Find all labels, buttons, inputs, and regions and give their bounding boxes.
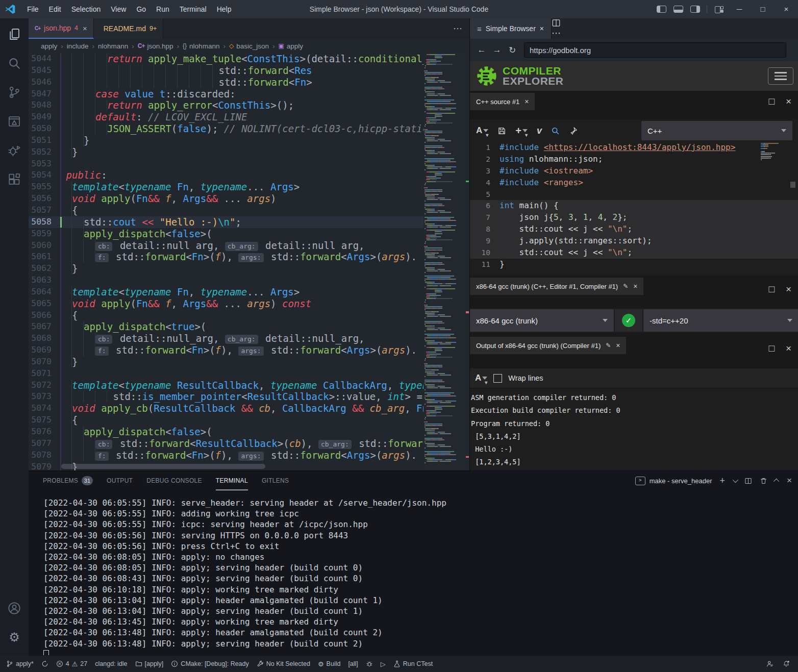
maximize-button[interactable]: □ [751, 0, 775, 18]
customize-layout-icon[interactable] [714, 6, 724, 12]
compiler-explorer-wordmark[interactable]: COMPILER EXPLORER [503, 66, 564, 86]
activity-item-run-debug[interactable] [2, 137, 27, 164]
activity-item-explorer[interactable] [2, 21, 27, 47]
vim-mode-icon[interactable]: v [537, 126, 542, 136]
search-icon[interactable] [551, 127, 560, 135]
compiler-pane-tab[interactable]: x86-64 gcc (trunk) (C++, Editor #1, Comp… [470, 278, 643, 295]
tab-json.hpp[interactable]: C+json.hpp4× [29, 18, 94, 39]
breadcrumb-item-nlohmann[interactable]: {}nlohmann [183, 42, 219, 50]
activity-item-search[interactable] [2, 50, 27, 77]
more-actions-icon[interactable]: ⋯ [552, 28, 561, 38]
menu-item-help[interactable]: Help [212, 0, 237, 18]
terminal-instance[interactable]: > make - serve_header [635, 477, 712, 485]
godbolt-menu-icon[interactable] [768, 67, 793, 85]
close-icon[interactable]: × [540, 24, 544, 33]
maximize-pane-icon[interactable]: □ [768, 284, 774, 295]
status-item-feedback[interactable] [766, 660, 774, 667]
menu-item-file[interactable]: File [22, 0, 44, 18]
new-terminal-icon[interactable]: + [720, 476, 726, 486]
menu-item-terminal[interactable]: Terminal [174, 0, 212, 18]
menu-item-go[interactable]: Go [131, 0, 151, 18]
menu-item-view[interactable]: View [106, 0, 131, 18]
rename-icon[interactable]: ✎ [623, 283, 628, 290]
output-pane-tab[interactable]: Output of x86-64 gcc (trunk) (Compiler #… [470, 337, 626, 354]
code-editor[interactable]: 5044return apply_make_tuple<ConstThis>(d… [29, 53, 469, 470]
editor-code-lines[interactable]: 5044return apply_make_tuple<ConstThis>(d… [29, 53, 423, 470]
close-icon[interactable]: × [633, 282, 637, 290]
status-item-notifications[interactable] [783, 660, 790, 667]
url-input[interactable]: https://godbolt.org [524, 42, 786, 58]
status-item-clangd-status[interactable]: clangd: idle [95, 660, 127, 667]
split-editor-icon[interactable] [552, 18, 561, 28]
panel-tab-terminal[interactable]: TERMINAL [216, 471, 248, 490]
rename-icon[interactable]: ✎ [606, 342, 611, 349]
toggle-panel-icon[interactable] [674, 6, 683, 13]
panel-tab-problems[interactable]: PROBLEMS31 [43, 471, 93, 490]
status-item-problems-summary[interactable]: 4⚠27 [56, 660, 88, 667]
language-select[interactable]: C++ [641, 121, 792, 140]
menu-item-selection[interactable]: Selection [66, 0, 106, 18]
close-window-button[interactable]: × [775, 0, 798, 18]
status-item-debug-launch[interactable] [366, 660, 373, 667]
activity-item-settings[interactable]: ⚙ [2, 624, 27, 651]
panel-tab-gitlens[interactable]: GITLENS [262, 471, 289, 490]
maximize-pane-icon[interactable]: □ [768, 96, 774, 107]
compiler-options-input[interactable]: -std=c++20 [643, 309, 798, 332]
toggle-sidebar-icon[interactable] [657, 6, 666, 13]
font-size-button[interactable]: A▾ [476, 126, 488, 136]
status-item-active-folder[interactable]: [apply] [135, 660, 164, 667]
close-pane-icon[interactable]: × [786, 96, 791, 107]
save-icon[interactable] [497, 127, 506, 135]
godbolt-source-editor[interactable]: 1#include <https://localhost:8443/apply/… [470, 142, 798, 276]
breadcrumb-item-apply[interactable]: apply [41, 42, 57, 50]
activity-item-cmake[interactable] [2, 108, 27, 135]
panel-tab-debug-console[interactable]: DEBUG CONSOLE [146, 471, 202, 490]
status-item-cmake-kit[interactable]: No Kit Selected [257, 660, 310, 667]
toggle-secondary-sidebar-icon[interactable] [690, 6, 700, 13]
breadcrumb-item-nlohmann[interactable]: nlohmann [98, 42, 128, 50]
activity-item-extensions[interactable] [2, 166, 27, 193]
close-icon[interactable]: × [616, 341, 620, 350]
split-terminal-icon[interactable] [744, 477, 752, 485]
menu-item-edit[interactable]: Edit [44, 0, 66, 18]
panel-tab-output[interactable]: OUTPUT [107, 471, 133, 490]
reload-icon[interactable]: ↻ [506, 45, 519, 56]
terminal-output[interactable]: [2022-04-30 06:05:55] INFO: serve_header… [43, 497, 794, 655]
pin-icon[interactable] [569, 127, 578, 135]
menu-item-run[interactable]: Run [151, 0, 174, 18]
add-pane-button[interactable]: +▾ [515, 125, 528, 137]
status-item-build-target[interactable]: [all] [348, 660, 358, 667]
terminal-dropdown-icon[interactable] [733, 477, 738, 483]
close-pane-icon[interactable]: × [786, 284, 791, 295]
status-item-cmake-build[interactable]: ⚙Build [318, 660, 340, 667]
tab-simple-browser[interactable]: ≡ Simple Browser × [470, 18, 552, 39]
breadcrumb-item-basic_json[interactable]: ◇basic_json [229, 42, 269, 50]
source-pane-tab[interactable]: C++ source #1 × [470, 93, 535, 110]
horizontal-scrollbar[interactable] [61, 464, 265, 469]
status-item-sync-changes[interactable] [41, 660, 48, 667]
breadcrumb-item-json.hpp[interactable]: C+json.hpp [138, 42, 173, 50]
font-size-button[interactable]: A▾ [475, 373, 487, 383]
maximize-pane-icon[interactable]: □ [768, 343, 774, 354]
kill-terminal-icon[interactable] [760, 477, 767, 485]
tab-README.md[interactable]: README.md9+ [94, 18, 164, 39]
minimize-button[interactable]: ─ [728, 0, 751, 18]
activity-item-accounts[interactable] [2, 595, 27, 621]
breadcrumb-item-include[interactable]: include [67, 42, 89, 50]
back-icon[interactable]: ← [475, 45, 488, 55]
breadcrumb[interactable]: apply›include›nlohmann›C+json.hpp›{}nloh… [29, 39, 469, 53]
breadcrumb-item-apply[interactable]: ▣apply [278, 42, 303, 50]
status-item-run-ctest[interactable]: Run CTest [393, 660, 433, 667]
status-item-git-branch[interactable]: apply* [6, 660, 34, 667]
close-icon[interactable]: × [525, 97, 529, 106]
maximize-panel-icon[interactable] [774, 479, 779, 484]
minimap[interactable] [423, 53, 465, 470]
status-item-run-launch[interactable]: ▷ [381, 661, 386, 667]
close-panel-icon[interactable]: × [787, 476, 792, 486]
close-icon[interactable]: × [83, 24, 87, 33]
compiler-select[interactable]: x86-64 gcc (trunk) [470, 309, 614, 332]
godbolt-scrollbar[interactable] [790, 182, 795, 188]
activity-item-source-control[interactable] [2, 79, 27, 106]
status-item-cmake-status[interactable]: CMake: [Debug]: Ready [171, 660, 248, 667]
close-pane-icon[interactable]: × [786, 343, 791, 354]
